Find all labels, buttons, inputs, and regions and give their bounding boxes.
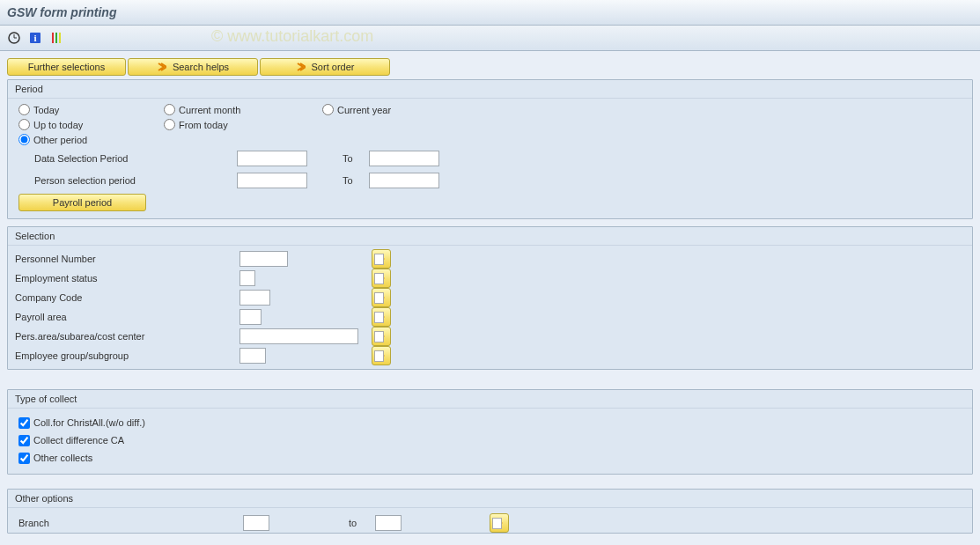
svg-rect-5 <box>52 33 54 43</box>
period-group-title: Period <box>8 80 972 99</box>
radio-other-period[interactable]: Other period <box>18 134 164 145</box>
branch-label: Branch <box>18 518 243 528</box>
info-icon[interactable]: i <box>28 31 42 45</box>
employment-status-multi-button[interactable] <box>372 269 391 288</box>
multi-select-icon <box>379 313 385 320</box>
radio-up-to-today-label: Up to today <box>33 120 83 130</box>
search-helps-button[interactable]: Search helps <box>128 58 258 76</box>
personnel-number-label: Personnel Number <box>15 254 239 264</box>
pers-area-multi-button[interactable] <box>372 327 391 346</box>
data-selection-period-from-input[interactable] <box>237 151 307 166</box>
radio-today[interactable]: Today <box>18 104 164 115</box>
radio-current-month[interactable]: Current month <box>164 104 322 115</box>
svg-rect-7 <box>59 33 61 43</box>
person-selection-period-label: Person selection period <box>34 175 237 186</box>
arrow-right-icon <box>296 63 306 71</box>
further-selections-button[interactable]: Further selections <box>7 58 126 76</box>
cb-collect-diff-ca[interactable]: Collect difference CA <box>18 431 962 449</box>
period-group: Period Today Current month <box>7 79 973 219</box>
multi-select-icon <box>379 333 385 340</box>
personnel-number-multi-button[interactable] <box>372 249 391 269</box>
svg-rect-6 <box>55 33 57 43</box>
to-label-2: To <box>343 175 369 186</box>
pers-area-label: Pers.area/subarea/cost center <box>15 331 239 342</box>
other-options-group: Other options Branch to <box>7 489 973 534</box>
selection-buttons-row: Further selections Search helps Sort ord… <box>7 58 973 76</box>
search-helps-label: Search helps <box>173 62 229 72</box>
cb-coll-christall-input[interactable] <box>18 417 30 429</box>
type-of-collect-group: Type of collect Coll.for ChristAll.(w/o … <box>7 389 973 475</box>
sort-order-button[interactable]: Sort order <box>260 58 390 76</box>
application-toolbar: i © www.tutorialkart.com <box>0 26 980 51</box>
multi-select-icon <box>379 255 385 262</box>
radio-current-year[interactable]: Current year <box>322 104 391 115</box>
cb-coll-christall[interactable]: Coll.for ChristAll.(w/o diff.) <box>18 414 962 431</box>
radio-current-year-label: Current year <box>337 105 391 115</box>
cb-collect-diff-ca-label: Collect difference CA <box>33 435 124 446</box>
branch-from-input[interactable] <box>243 515 269 531</box>
further-selections-label: Further selections <box>28 62 105 72</box>
multi-select-icon <box>497 519 503 527</box>
payroll-area-multi-button[interactable] <box>372 307 391 327</box>
sort-order-label: Sort order <box>312 62 355 72</box>
person-selection-period-to-input[interactable] <box>369 173 439 188</box>
sap-window: GSW form printing i © www.tutorialkart.c… <box>0 0 980 545</box>
personnel-number-input[interactable] <box>239 251 288 267</box>
radio-other-period-label: Other period <box>33 135 87 145</box>
employee-group-input[interactable] <box>239 348 266 364</box>
data-selection-period-label: Data Selection Period <box>34 153 237 164</box>
employment-status-label: Employment status <box>15 273 239 284</box>
payroll-area-label: Payroll area <box>15 312 239 322</box>
company-code-label: Company Code <box>15 292 239 303</box>
cb-coll-christall-label: Coll.for ChristAll.(w/o diff.) <box>33 417 145 428</box>
svg-text:i: i <box>33 33 36 43</box>
company-code-input[interactable] <box>239 290 270 306</box>
execute-icon[interactable] <box>7 31 21 45</box>
arrow-right-icon <box>157 63 167 71</box>
branch-multi-button[interactable] <box>490 513 509 533</box>
radio-today-label: Today <box>33 105 59 115</box>
multi-select-icon <box>379 352 385 359</box>
watermark-text: © www.tutorialkart.com <box>211 27 373 46</box>
multi-select-icon <box>379 294 385 301</box>
radio-current-month-input[interactable] <box>164 104 175 115</box>
person-selection-period-from-input[interactable] <box>237 173 307 188</box>
radio-today-input[interactable] <box>18 104 30 115</box>
radio-current-month-label: Current month <box>179 105 240 115</box>
cb-other-collects[interactable]: Other collects <box>18 449 962 467</box>
payroll-period-button[interactable]: Payroll period <box>18 194 146 211</box>
content-area: Further selections Search helps Sort ord… <box>0 51 980 545</box>
pers-area-input[interactable] <box>239 328 358 344</box>
employee-group-multi-button[interactable] <box>372 346 391 365</box>
radio-up-to-today[interactable]: Up to today <box>18 119 164 130</box>
variant-icon[interactable] <box>49 31 63 45</box>
data-selection-period-to-input[interactable] <box>369 151 439 166</box>
employment-status-input[interactable] <box>239 270 255 286</box>
title-bar: GSW form printing <box>0 0 980 26</box>
selection-group: Selection Personnel Number Employment st… <box>7 226 973 370</box>
type-of-collect-title: Type of collect <box>8 390 972 409</box>
payroll-area-input[interactable] <box>239 309 262 325</box>
page-title: GSW form printing <box>7 5 116 19</box>
selection-group-title: Selection <box>8 227 972 246</box>
cb-other-collects-input[interactable] <box>18 453 30 464</box>
branch-to-label: to <box>349 518 375 528</box>
branch-to-input[interactable] <box>375 515 402 531</box>
radio-from-today[interactable]: From today <box>164 119 322 130</box>
employee-group-label: Employee group/subgroup <box>15 350 239 361</box>
radio-current-year-input[interactable] <box>322 104 334 115</box>
cb-collect-diff-ca-input[interactable] <box>18 435 30 446</box>
radio-from-today-input[interactable] <box>164 119 175 130</box>
company-code-multi-button[interactable] <box>372 288 391 307</box>
payroll-period-label: Payroll period <box>53 197 112 208</box>
radio-up-to-today-input[interactable] <box>18 119 30 130</box>
radio-other-period-input[interactable] <box>18 134 30 145</box>
cb-other-collects-label: Other collects <box>33 453 92 463</box>
multi-select-icon <box>379 275 385 282</box>
radio-from-today-label: From today <box>179 120 228 130</box>
to-label-1: To <box>343 153 369 164</box>
other-options-title: Other options <box>8 490 972 508</box>
